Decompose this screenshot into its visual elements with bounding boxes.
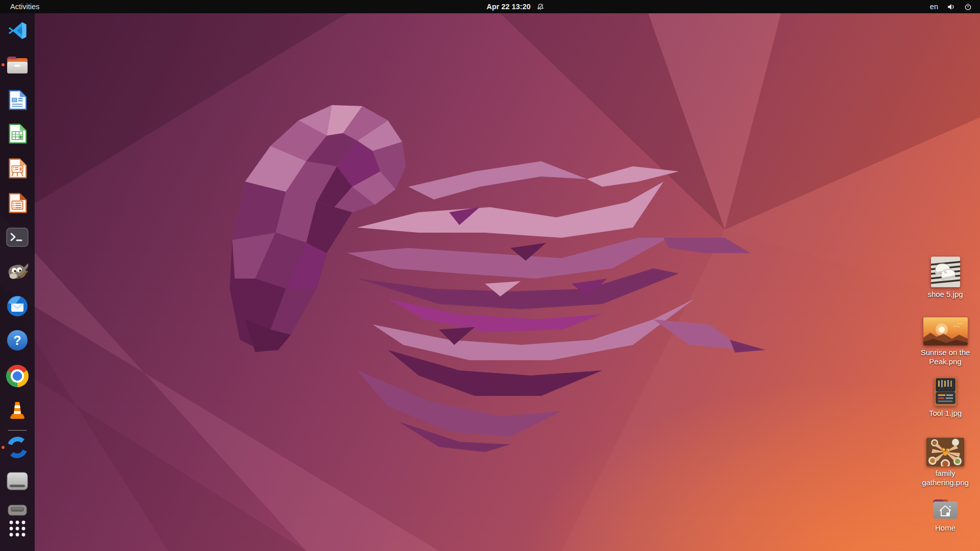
desktop-wallpaper [0,0,980,551]
power-icon [964,3,972,11]
desktop-icon-label: shoe 5.jpg [927,290,963,299]
dock-item-libreoffice-writer[interactable] [5,88,30,112]
running-indicator [2,63,5,66]
dock-item-gimp[interactable] [5,259,30,284]
libreoffice-startcenter-icon [6,191,29,215]
dock-item-show-applications[interactable] [5,518,30,539]
updater-arcs-icon [6,436,29,459]
running-indicator [2,446,5,449]
desktop-icon-label: family gathering.png [913,469,977,487]
vscode-icon [6,19,29,42]
vlc-icon [6,398,29,421]
notifications-disabled-icon [537,3,545,11]
dock-separator [8,430,27,431]
ubuntu-desktop: Activities Apr 22 13:20 en [0,0,980,551]
dock-item-libreoffice-impress[interactable] [5,156,30,181]
dock-item-libreoffice-startcenter[interactable] [5,191,30,215]
family-dinner-photo [926,438,964,466]
desktop-icon-shoe5[interactable]: shoe 5.jpg [912,257,978,299]
dock-item-software-updater[interactable] [5,435,30,460]
dock-item-terminal[interactable] [5,225,30,249]
show-apps-grid-icon [7,518,28,539]
desktop-icon-home[interactable]: Home [912,496,978,533]
files-folder-icon [6,54,29,76]
dock-item-thunderbird[interactable] [5,294,30,318]
dock-item-vscode[interactable] [5,18,30,43]
speaker-icon [947,3,955,11]
system-status-menu[interactable]: en [927,0,975,13]
home-folder-icon [930,496,960,521]
help-icon: ? [6,329,29,352]
clock-button[interactable]: Apr 22 13:20 [486,0,544,13]
activities-button[interactable]: Activities [5,0,44,13]
dock-item-files[interactable] [5,53,30,77]
dock: ? [0,13,35,551]
sunrise-photo [923,317,968,345]
libreoffice-impress-icon [6,157,29,180]
desktop-icon-label: Sunrise on the Peak.png [913,348,977,366]
dock-item-drive-harddisk[interactable] [5,469,30,493]
clock-label: Apr 22 13:20 [486,3,530,11]
sneakers-photo [931,257,960,287]
thunderbird-icon [6,294,29,318]
libreoffice-writer-icon [6,88,29,112]
desktop-icon-family-gathering[interactable]: family gathering.png [912,438,978,487]
gimp-icon [6,260,29,283]
jellyfish-wallpaper-art [0,0,980,551]
desktop-icon-label: Tool 1.jpg [929,409,962,418]
dock-item-help[interactable]: ? [5,328,30,353]
desktop-icon-label: Home [935,523,955,533]
svg-text:?: ? [13,333,21,347]
chrome-icon [6,365,29,387]
dock-item-chrome[interactable] [5,364,30,388]
removable-drive-icon [6,504,29,517]
dock-item-vlc[interactable] [5,397,30,422]
desktop-icon-tool1[interactable]: Tool 1.jpg [912,378,978,418]
keyboard-layout-indicator: en [930,3,938,11]
harddisk-icon [6,471,29,491]
activities-label: Activities [10,3,39,11]
toolbox-photo [935,378,957,406]
dock-item-libreoffice-calc[interactable] [5,121,30,146]
dock-item-drive-removable[interactable] [5,503,30,517]
top-bar: Activities Apr 22 13:20 en [0,0,980,13]
libreoffice-calc-icon [6,122,29,145]
desktop-icon-sunrise[interactable]: Sunrise on the Peak.png [912,317,978,366]
terminal-icon [6,227,29,247]
